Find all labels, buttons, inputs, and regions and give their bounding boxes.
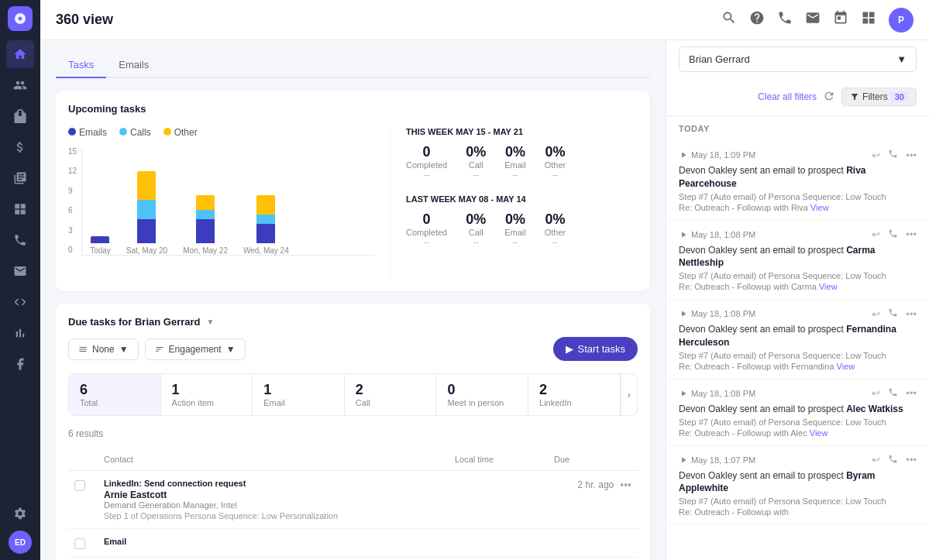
more-icon[interactable]: ••• (906, 387, 917, 399)
reply-icon[interactable]: ↩ (872, 454, 880, 466)
phone-action-icon[interactable] (888, 307, 898, 320)
view-link[interactable]: View (810, 428, 828, 438)
main-area: 360 view P (40, 0, 929, 560)
stat-call-last: 0% Call -- (466, 211, 486, 246)
sidebar-item-sequences[interactable] (6, 164, 34, 192)
count-linkedin[interactable]: 2 LinkedIn (528, 374, 621, 415)
sidebar-item-analytics[interactable] (6, 319, 34, 347)
mail-icon[interactable] (805, 10, 821, 29)
more-icon[interactable]: ••• (906, 149, 917, 161)
search-icon[interactable] (721, 10, 737, 29)
grid-icon[interactable] (861, 10, 876, 29)
refresh-button[interactable] (823, 90, 835, 105)
phone-icon[interactable] (777, 10, 793, 29)
table-row: Email (68, 529, 638, 558)
stat-call-this: 0% Call -- (466, 144, 486, 179)
contact-title: Demand Generation Manager, Intel (104, 500, 449, 510)
svg-rect-2 (80, 349, 87, 349)
tabs-container: Tasks Emails (56, 53, 650, 78)
view-link[interactable]: View (819, 282, 838, 291)
table-header-row: Contact Local time Due (68, 448, 638, 471)
sidebar-item-dollar[interactable] (6, 133, 34, 161)
sidebar-item-briefcase[interactable] (6, 102, 34, 130)
contact-sequence: Step 1 of Operations Persona Sequence: L… (104, 511, 449, 520)
start-tasks-button[interactable]: ▶ Start tasks (553, 337, 638, 361)
sidebar-item-email[interactable] (6, 257, 34, 285)
legend-other: Other (163, 127, 198, 138)
activity-time-row: May 18, 1:09 PM ↩ ••• (679, 149, 917, 161)
counts-nav-arrow[interactable]: › (621, 374, 637, 415)
filter-engagement-button[interactable]: Engagement ▼ (145, 338, 246, 360)
phone-action-icon[interactable] (888, 387, 898, 400)
activity-seq: Step #7 (Auto email) of Persona Sequence… (679, 192, 917, 201)
tab-tasks[interactable]: Tasks (56, 53, 106, 78)
reply-icon[interactable]: ↩ (872, 308, 880, 320)
sidebar-item-snippets[interactable] (6, 288, 34, 316)
more-icon[interactable]: ••• (906, 308, 917, 320)
view-link[interactable]: View (810, 203, 829, 212)
filter-none-button[interactable]: None ▼ (68, 338, 139, 360)
due-tasks-dropdown-arrow[interactable]: ▼ (207, 318, 215, 326)
stat-email-last: 0% Email -- (504, 211, 526, 246)
count-action-item[interactable]: 1 Action item (161, 374, 253, 415)
upcoming-tasks-card: Upcoming tasks Emails Calls Other 036912… (56, 91, 650, 291)
phone-action-icon[interactable] (888, 454, 898, 466)
activity-text: Devon Oakley sent an email to prospect F… (679, 323, 917, 349)
col-localtime: Local time (455, 455, 548, 464)
activities-container: May 18, 1:09 PM ↩ ••• Devon Oakley sent … (666, 141, 929, 525)
this-week-stats: THIS WEEK MAY 15 - MAY 21 0 Completed --… (406, 127, 638, 179)
user-select-button[interactable]: Brian Gerrard ▼ (679, 46, 917, 72)
row-more-icon[interactable]: ••• (620, 479, 631, 491)
view-link[interactable]: View (837, 362, 855, 371)
stat-completed-last: 0 Completed -- (406, 211, 447, 246)
activity-text: Devon Oakley sent an email to prospect R… (679, 164, 917, 191)
app-logo[interactable] (8, 6, 33, 31)
sidebar-item-book[interactable] (6, 350, 34, 378)
sidebar-item-settings[interactable] (6, 500, 34, 527)
activity-text: Devon Oakley sent an email to prospect A… (679, 403, 917, 416)
count-call[interactable]: 2 Call (345, 374, 437, 415)
row-contact-info: LinkedIn: Send connection request Arnie … (104, 479, 449, 520)
row-checkbox[interactable] (74, 480, 85, 491)
reply-icon[interactable]: ↩ (872, 149, 880, 161)
legend-emails: Emails (68, 127, 107, 138)
sidebar: ED (0, 0, 40, 560)
task-counts-row: 6 Total 1 Action item 1 Email 2 Call (68, 373, 638, 416)
sidebar-item-home[interactable] (6, 40, 34, 68)
clear-filters-button[interactable]: Clear all filters (758, 91, 817, 102)
task-type-2: Email (104, 537, 449, 546)
row-checkbox[interactable] (74, 538, 85, 549)
more-icon[interactable]: ••• (906, 228, 917, 240)
calendar-icon[interactable] (833, 10, 848, 29)
row-actions: 2 hr. ago ••• (554, 479, 631, 491)
count-email[interactable]: 1 Email (253, 374, 345, 415)
sidebar-item-phone[interactable] (6, 226, 34, 254)
svg-rect-3 (80, 351, 87, 352)
sidebar-item-contacts[interactable] (6, 71, 34, 99)
count-total[interactable]: 6 Total (69, 374, 161, 415)
due-tasks-card: Due tasks for Brian Gerrard ▼ None ▼ Eng… (56, 304, 650, 560)
last-week-stats-row: 0 Completed -- 0% Call -- (406, 211, 638, 246)
help-icon[interactable] (749, 10, 765, 29)
activity-time: May 18, 1:09 PM (679, 150, 755, 160)
this-week-stats-row: 0 Completed -- 0% Call -- (406, 144, 638, 179)
activity-item: May 18, 1:07 PM ↩ ••• Devon Oakley sent … (666, 446, 929, 526)
contact-name[interactable]: Arnie Eastcott (104, 490, 449, 500)
dropdown-arrow-icon: ▼ (896, 53, 907, 65)
tab-emails[interactable]: Emails (106, 53, 161, 78)
reply-icon[interactable]: ↩ (872, 228, 880, 240)
chart-left: Emails Calls Other 03691215 (68, 127, 374, 279)
header-user-avatar[interactable]: P (889, 8, 914, 33)
right-panel-header: Clear all filters Filters 30 (666, 78, 929, 116)
phone-action-icon[interactable] (888, 149, 898, 161)
reply-icon[interactable]: ↩ (872, 387, 880, 399)
more-icon[interactable]: ••• (906, 454, 917, 466)
today-label: TODAY (666, 116, 929, 141)
count-meet[interactable]: 0 Meet in person (436, 374, 528, 415)
sidebar-bottom: ED (6, 500, 34, 554)
filters-button[interactable]: Filters 30 (841, 88, 917, 106)
phone-action-icon[interactable] (888, 228, 898, 241)
activity-time: May 18, 1:08 PM (679, 389, 755, 398)
user-avatar[interactable]: ED (9, 531, 32, 554)
sidebar-item-board[interactable] (6, 195, 34, 223)
